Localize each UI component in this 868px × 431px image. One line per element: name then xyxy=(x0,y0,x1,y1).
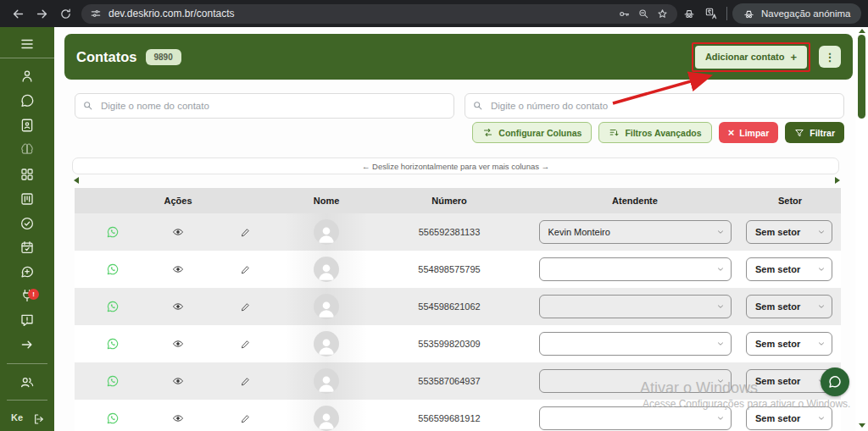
password-key-icon[interactable] xyxy=(618,8,631,20)
chevron-down-icon xyxy=(817,302,826,311)
browser-toolbar: dev.deskrio.com.br/contacts Navegação an… xyxy=(0,0,868,27)
setor-select[interactable]: Sem setor xyxy=(746,220,832,244)
menu-icon[interactable] xyxy=(19,36,35,52)
atendente-select[interactable] xyxy=(539,406,732,430)
apps-grid-icon[interactable] xyxy=(19,167,35,182)
windows-watermark-title: Ativar o Windows xyxy=(640,379,758,397)
search-number-field xyxy=(465,93,844,119)
advanced-filters-button[interactable]: Filtros Avançados xyxy=(598,122,711,143)
filter-button[interactable]: Filtrar xyxy=(785,122,844,143)
logout-icon[interactable] xyxy=(32,412,46,426)
setor-value: Sem setor xyxy=(755,376,800,386)
sidebar-divider xyxy=(7,400,47,401)
user-initials[interactable]: Ke xyxy=(11,412,23,423)
forward-icon[interactable] xyxy=(31,3,53,25)
contact-avatar xyxy=(314,219,339,245)
scroll-right-arrow[interactable] xyxy=(835,177,840,184)
search-name-input[interactable] xyxy=(75,93,454,119)
view-contact-icon[interactable] xyxy=(172,301,184,312)
whatsapp-icon[interactable] xyxy=(106,412,120,425)
contact-number: 556592381133 xyxy=(368,213,531,251)
brain-icon[interactable] xyxy=(19,142,35,157)
kanban-card-icon[interactable] xyxy=(19,191,35,207)
view-contact-icon[interactable] xyxy=(172,412,184,424)
setor-select[interactable]: Sem setor xyxy=(746,332,832,356)
address-bar[interactable]: dev.deskrio.com.br/contacts xyxy=(81,4,677,24)
whatsapp-icon[interactable] xyxy=(106,262,120,276)
atendente-select[interactable] xyxy=(539,295,732,318)
contact-number: 554598621062 xyxy=(368,288,531,325)
whatsapp-icon[interactable] xyxy=(106,374,120,388)
setor-value: Sem setor xyxy=(755,227,800,237)
page-title: Contatos xyxy=(76,49,137,65)
atendente-select[interactable] xyxy=(539,257,732,281)
site-settings-icon[interactable] xyxy=(90,8,102,19)
atendente-select[interactable] xyxy=(539,332,732,356)
chat-add-icon[interactable] xyxy=(19,264,35,279)
view-contact-icon[interactable] xyxy=(172,375,184,387)
translate-icon[interactable] xyxy=(701,3,721,24)
chat-fab-button[interactable] xyxy=(821,367,849,396)
whatsapp-icon[interactable] xyxy=(106,225,120,239)
check-circle-icon[interactable] xyxy=(19,216,35,231)
edit-contact-icon[interactable] xyxy=(240,264,251,275)
chevron-down-icon xyxy=(817,228,826,236)
view-contact-icon[interactable] xyxy=(172,226,184,238)
table-row: 556592381133 Kevin Monteiro Sem setor xyxy=(75,213,841,251)
contact-number: 553599820309 xyxy=(368,325,531,362)
setor-select[interactable]: Sem setor xyxy=(746,369,832,393)
table-header: Ações Nome Número Atendente Setor xyxy=(75,188,841,213)
chat-alert-icon[interactable] xyxy=(19,312,35,328)
whatsapp-icon[interactable] xyxy=(106,300,120,313)
add-contact-button[interactable]: Adicionar contato + xyxy=(695,46,807,69)
view-contact-icon[interactable] xyxy=(172,263,184,275)
chevron-down-icon xyxy=(716,340,725,348)
bookmark-star-icon[interactable] xyxy=(656,8,669,20)
scrollbar-thumb[interactable] xyxy=(858,35,865,119)
page-header: Contatos 9890 Adicionar contato + ⋮ xyxy=(64,34,853,80)
setor-select[interactable]: Sem setor xyxy=(746,406,832,430)
swap-columns-icon xyxy=(482,127,493,138)
sidebar-divider xyxy=(0,58,54,58)
atendente-value: Kevin Monteiro xyxy=(548,227,610,237)
search-icon xyxy=(472,100,483,111)
notification-badge: ! xyxy=(28,289,39,300)
back-icon[interactable] xyxy=(7,3,29,25)
edit-contact-icon[interactable] xyxy=(240,301,251,312)
search-number-input[interactable] xyxy=(465,93,844,119)
chevron-down-icon xyxy=(817,414,826,423)
reload-icon[interactable] xyxy=(54,3,76,25)
clear-filters-button[interactable]: × Limpar xyxy=(719,122,779,143)
setor-value: Sem setor xyxy=(755,413,800,423)
view-contact-icon[interactable] xyxy=(172,338,184,350)
contact-avatar xyxy=(314,331,339,356)
edit-contact-icon[interactable] xyxy=(240,413,251,424)
annotation-box: Adicionar contato + xyxy=(692,42,810,72)
zoom-icon[interactable] xyxy=(637,8,649,19)
atendente-select[interactable]: Kevin Monteiro xyxy=(539,220,732,244)
team-icon[interactable] xyxy=(19,374,35,390)
contact-avatar xyxy=(314,406,339,431)
scroll-up-arrow[interactable] xyxy=(859,29,865,33)
header-menu-button[interactable]: ⋮ xyxy=(819,46,841,68)
edit-contact-icon[interactable] xyxy=(240,339,251,350)
chat-icon[interactable] xyxy=(19,93,35,108)
configure-columns-button[interactable]: Configurar Colunas xyxy=(472,122,592,143)
setor-select[interactable]: Sem setor xyxy=(746,257,832,281)
arrow-right-icon[interactable] xyxy=(19,337,35,352)
scroll-down-arrow[interactable] xyxy=(859,423,865,428)
edit-contact-icon[interactable] xyxy=(240,227,251,238)
scroll-left-arrow[interactable] xyxy=(74,177,79,184)
calendar-check-icon[interactable] xyxy=(19,240,35,255)
setor-select[interactable]: Sem setor xyxy=(746,295,832,318)
contact-number: 554898575795 xyxy=(368,251,531,288)
contacts-book-icon[interactable] xyxy=(19,118,35,133)
setor-value: Sem setor xyxy=(755,339,800,349)
incognito-badge: Navegação anónima xyxy=(732,3,861,24)
edit-contact-icon[interactable] xyxy=(240,376,251,387)
chevron-down-icon xyxy=(716,302,725,311)
incognito-extension-icon[interactable] xyxy=(679,3,699,24)
user-icon[interactable] xyxy=(19,69,35,84)
windows-watermark-subtitle: Acesse Configurações para ativar o Windo… xyxy=(643,398,850,410)
whatsapp-icon[interactable] xyxy=(106,337,120,351)
